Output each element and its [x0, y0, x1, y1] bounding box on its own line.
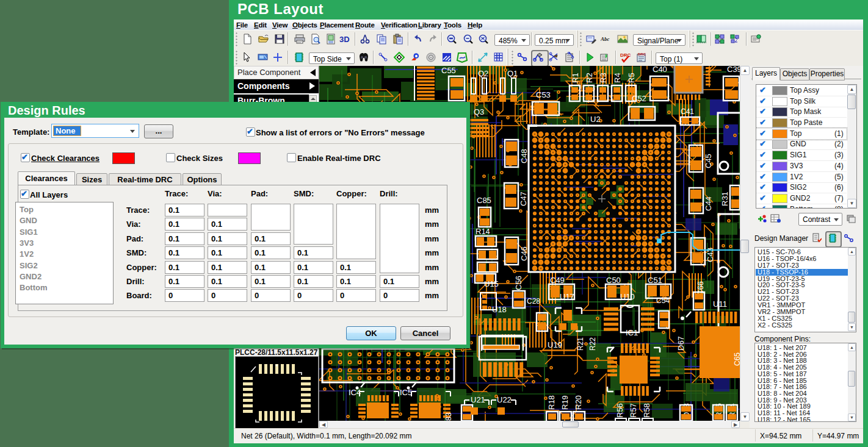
svg-text:R57: R57 [629, 403, 638, 418]
svg-text:U10: U10 [620, 292, 635, 301]
svg-text:C46: C46 [519, 246, 529, 261]
svg-text:R21: R21 [576, 337, 585, 351]
svg-text:U22: U22 [497, 395, 512, 404]
svg-text:Abc: Abc [601, 36, 610, 42]
svg-text:C44: C44 [704, 196, 713, 211]
svg-text:DRC: DRC [620, 52, 631, 58]
svg-text:Q3: Q3 [474, 107, 484, 116]
svg-text:83: 83 [444, 412, 453, 421]
svg-text:R58: R58 [642, 403, 651, 418]
svg-text:Q1: Q1 [507, 69, 518, 78]
svg-text:R56: R56 [615, 403, 624, 418]
svg-text:U19: U19 [548, 340, 562, 349]
svg-text:C55: C55 [441, 66, 456, 75]
svg-text:3D: 3D [339, 35, 350, 44]
svg-text:R20: R20 [574, 395, 583, 410]
svg-text:C41: C41 [681, 107, 694, 116]
svg-text:U18: U18 [492, 305, 507, 314]
svg-text:R4: R4 [613, 73, 622, 83]
svg-text:Q2: Q2 [478, 69, 488, 78]
svg-text:IC5: IC5 [400, 388, 412, 397]
svg-text:R1: R1 [571, 73, 580, 83]
svg-text:U15: U15 [484, 279, 499, 288]
svg-text:D67: D67 [676, 336, 685, 351]
svg-text:R19: R19 [560, 395, 570, 410]
svg-text:U17: U17 [560, 292, 574, 301]
svg-text:R3: R3 [599, 73, 608, 83]
svg-text:C56: C56 [514, 276, 523, 290]
svg-text:C54: C54 [656, 296, 670, 305]
svg-text:C28: C28 [527, 297, 540, 306]
svg-text:C39: C39 [727, 66, 740, 74]
svg-text:C45: C45 [704, 154, 713, 168]
svg-text:R2: R2 [585, 73, 594, 83]
svg-text:R22: R22 [588, 337, 597, 351]
svg-text:R5: R5 [627, 73, 636, 83]
svg-text:R31: R31 [720, 191, 729, 206]
svg-text:DRC: DRC [638, 52, 646, 56]
svg-text:C47: C47 [519, 191, 528, 206]
svg-text:C53: C53 [536, 90, 551, 99]
svg-text:R14: R14 [476, 227, 490, 236]
svg-text:IC1: IC1 [626, 328, 638, 337]
svg-text:C48: C48 [519, 149, 529, 163]
svg-text:U21: U21 [471, 395, 485, 404]
svg-text:U2: U2 [590, 115, 601, 124]
svg-text:R18: R18 [547, 395, 556, 410]
svg-text:C52: C52 [632, 94, 646, 103]
svg-text:C85: C85 [477, 196, 491, 205]
svg-text:U11: U11 [713, 299, 727, 309]
svg-text:C40: C40 [653, 66, 667, 74]
svg-text:C65: C65 [733, 352, 740, 366]
